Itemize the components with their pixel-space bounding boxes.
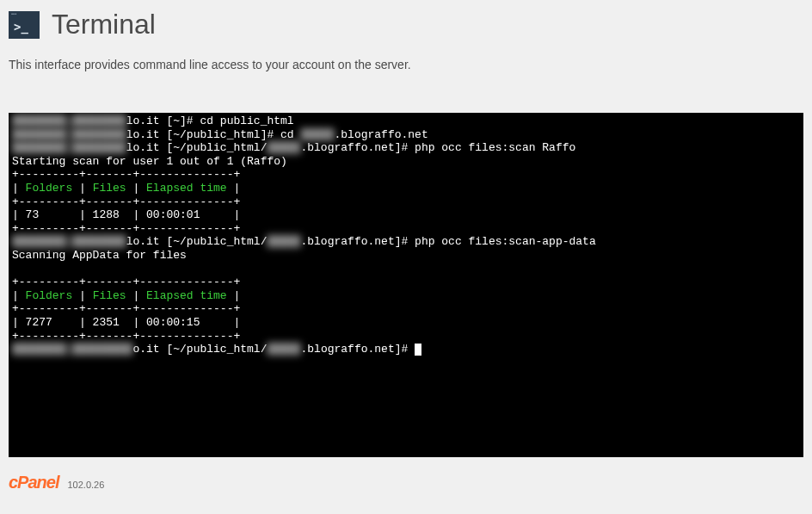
terminal-line: +---------+-------+--------------+ [12,330,800,344]
terminal-text-segment: | [126,289,146,302]
terminal-window[interactable]: ████████ ████████lo.it [~]# cd public_ht… [9,113,803,457]
terminal-text-segment: Files [93,182,126,195]
terminal-text-segment: ████████ ████████ [12,235,126,249]
terminal-text-segment: .blograffo.net [334,128,428,141]
terminal-icon: >_ [9,11,40,39]
terminal-text-segment: Elapsed time [146,182,227,195]
terminal-text-segment: | 7277 | 2351 | 00:00:15 | [12,316,240,329]
terminal-text-segment: | [72,182,92,195]
terminal-text-segment: ████████ █████████ [12,343,132,356]
terminal-line: Scanning AppData for files [12,249,800,263]
terminal-text-segment: | [126,182,146,195]
terminal-line: +---------+-------+--------------+ [12,276,800,289]
terminal-text-segment: █████ [267,343,300,356]
terminal-line: ████████ ████████lo.it [~/public_html/██… [12,235,800,249]
terminal-line: ████████ ████████lo.it [~]# cd public_ht… [12,115,800,128]
terminal-text-segment: Starting scan for user 1 out of 1 (Raffo… [12,155,287,168]
terminal-text-segment: ████████ ████████ [12,128,126,142]
terminal-text-segment: ████████ ████████ [12,141,126,155]
terminal-text-segment: | [227,289,241,302]
terminal-text-segment: Scanning AppData for files [12,249,187,262]
terminal-text-segment: | [12,289,26,302]
terminal-line: | 7277 | 2351 | 00:00:15 | [12,316,800,330]
footer: cPanel 102.0.26 [9,473,803,492]
terminal-text-segment: lo.it [~]# cd public_html [126,115,294,127]
terminal-line: ████████ █████████o.it [~/public_html/██… [12,343,800,356]
terminal-line [12,263,800,276]
terminal-text-segment: +---------+-------+--------------+ [12,330,240,343]
terminal-text-segment: Files [93,289,126,302]
cpanel-version: 102.0.26 [67,480,104,490]
terminal-icon-glyph: >_ [14,20,28,34]
page-title: Terminal [52,9,156,40]
terminal-text-segment: lo.it [~/public_html/ [126,235,268,248]
page-header: >_ Terminal [9,9,803,40]
terminal-text-segment: Folders [26,182,73,195]
page-description: This interface provides command line acc… [9,58,803,71]
terminal-text-segment: ████████ ████████ [12,115,126,128]
terminal-line: | Folders | Files | Elapsed time | [12,182,800,195]
terminal-text-segment: █████ [267,235,300,249]
terminal-line: +---------+-------+--------------+ [12,195,800,209]
terminal-text-segment: lo.it [~/public_html]# cd [126,128,301,141]
terminal-line: Starting scan for user 1 out of 1 (Raffo… [12,155,800,169]
terminal-line: +---------+-------+--------------+ [12,168,800,182]
terminal-text-segment: o.it [~/public_html/ [132,343,267,356]
terminal-line: ████████ ████████lo.it [~/public_html]# … [12,128,800,142]
terminal-text-segment: | [12,182,26,195]
terminal-text-segment: Folders [26,289,73,302]
terminal-text-segment: lo.it [~/public_html/ [126,141,268,154]
terminal-line: +---------+-------+--------------+ [12,302,800,316]
terminal-text-segment: .blograffo.net]# php occ files:scan-app-… [300,235,595,248]
terminal-text-segment: .blograffo.net]# php occ files:scan Raff… [300,141,575,154]
terminal-text-segment: █████ [267,141,300,155]
cpanel-logo: cPanel [9,473,58,492]
terminal-text-segment: +---------+-------+--------------+ [12,195,240,208]
terminal-text-segment: | [227,182,241,195]
terminal-text-segment: .blograffo.net]# [300,343,415,356]
terminal-text-segment: +---------+-------+--------------+ [12,302,240,315]
terminal-cursor [415,344,421,356]
terminal-text-segment: +---------+-------+--------------+ [12,222,240,235]
terminal-text-segment: | [72,289,92,302]
terminal-text-segment: █████ [300,128,334,142]
terminal-text-segment: | 73 | 1288 | 00:00:01 | [12,208,240,221]
terminal-text-segment: Elapsed time [146,289,227,302]
terminal-line: +---------+-------+--------------+ [12,222,800,236]
terminal-line: | Folders | Files | Elapsed time | [12,289,800,303]
terminal-line: ████████ ████████lo.it [~/public_html/██… [12,141,800,155]
terminal-text-segment: +---------+-------+--------------+ [12,168,240,181]
terminal-line: | 73 | 1288 | 00:00:01 | [12,208,800,222]
terminal-text-segment: +---------+-------+--------------+ [12,276,240,288]
